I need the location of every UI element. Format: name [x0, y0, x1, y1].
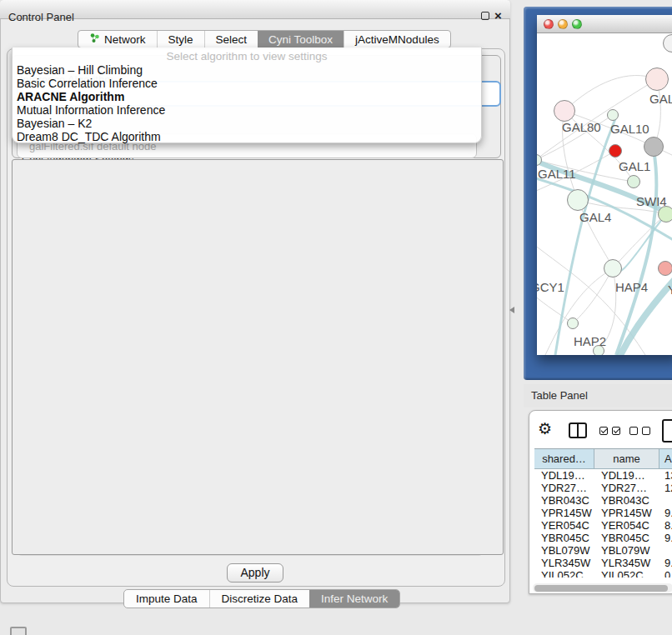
- node-label: Y: [668, 282, 672, 297]
- network-graph-icon: [89, 32, 100, 46]
- network-node[interactable]: [658, 261, 672, 276]
- node-label: GAL10: [610, 122, 649, 136]
- float-window-icon[interactable]: [481, 12, 489, 20]
- network-node[interactable]: [645, 68, 669, 91]
- tab-jactivemnodules[interactable]: jActiveMNodules: [344, 31, 450, 48]
- dropdown-placeholder: Select algorithm to view settings: [13, 50, 481, 62]
- table-row[interactable]: YDL19…YDL19…13: [534, 469, 672, 482]
- node-label: GAL4: [579, 210, 611, 224]
- split-pane-collapse-icon[interactable]: [506, 307, 514, 313]
- screen: Control Panel × Network Style Select Cyn…: [0, 0, 672, 635]
- table-horizontal-scrollbar[interactable]: [533, 583, 672, 592]
- table-row[interactable]: YLR345WYLR345W9.: [534, 557, 672, 569]
- network-node[interactable]: [554, 100, 575, 122]
- algorithm-dropdown-list: Select algorithm to view settings Bayesi…: [12, 48, 482, 143]
- node-label: HAP2: [574, 334, 606, 348]
- table-body: YDL19…YDL19…13 YDR27…YDR27…12 YBR043CYBR…: [534, 469, 672, 578]
- table-row[interactable]: YDR27…YDR27…12: [534, 482, 672, 494]
- table-panel: ⚙ shared… name A YDL19…YDL19…13 YDR27…YD…: [529, 410, 672, 594]
- node-label: GAL80: [562, 120, 601, 134]
- unchecked-checkbox-icon[interactable]: [642, 427, 650, 435]
- node-label: SWI4: [636, 194, 667, 208]
- dropdown-item[interactable]: Dream8 DC_TDC Algorithm: [17, 130, 161, 143]
- dropdown-item[interactable]: Bayesian – K2: [17, 117, 92, 130]
- table-panel-title: Table Panel: [531, 389, 588, 402]
- network-node[interactable]: [604, 259, 622, 278]
- docked-panel-icon[interactable]: [10, 627, 27, 635]
- minimize-traffic-light-icon[interactable]: [558, 19, 568, 29]
- gear-icon[interactable]: ⚙: [538, 421, 552, 438]
- dropdown-item[interactable]: Bayesian – Hill Climbing: [17, 63, 143, 77]
- dropdown-item[interactable]: Mutual Information Inference: [17, 103, 165, 117]
- node-label: GAL11: [538, 167, 576, 181]
- column-header[interactable]: A: [659, 449, 672, 469]
- node-label: GCY1: [537, 280, 564, 294]
- network-node[interactable]: [607, 109, 619, 121]
- dropdown-item[interactable]: Basic Correlation Inference: [17, 77, 158, 90]
- table-row[interactable]: YPR145WYPR145W9.: [534, 507, 672, 519]
- checked-checkbox-icon[interactable]: [599, 427, 608, 435]
- unchecked-checkbox-icon[interactable]: [629, 427, 638, 435]
- network-node-selected[interactable]: [609, 144, 622, 158]
- bottom-tabbar: Impute Data Discretize Data Infer Networ…: [123, 589, 400, 608]
- tab-discretize-data[interactable]: Discretize Data: [209, 590, 310, 608]
- column-header[interactable]: shared…: [534, 449, 594, 469]
- node-label: GAL: [649, 92, 672, 106]
- table-row[interactable]: YBL079WYBL079W: [534, 544, 672, 557]
- control-panel-titlebar[interactable]: [0, 0, 510, 19]
- function-builder-icon[interactable]: [662, 419, 672, 442]
- cyni-algorithm-settings-panel: [12, 159, 504, 555]
- network-view-window: GAL GAL80 GAL10 GAL11 GAL1 SWI4 GAL4 GCY…: [537, 15, 672, 355]
- tab-impute-data[interactable]: Impute Data: [124, 590, 209, 608]
- network-window-titlebar[interactable]: [537, 15, 672, 33]
- network-node[interactable]: [567, 189, 589, 211]
- column-header[interactable]: name: [594, 449, 659, 469]
- tab-style[interactable]: Style: [157, 31, 204, 48]
- table-row[interactable]: YBR043CYBR043C: [534, 494, 672, 507]
- control-panel-tabbar: Network Style Select Cyni Toolbox jActiv…: [78, 30, 451, 48]
- tab-cyni-toolbox[interactable]: Cyni Toolbox: [258, 31, 344, 48]
- close-icon[interactable]: ×: [494, 8, 502, 23]
- checked-checkbox-icon[interactable]: [612, 427, 620, 435]
- column-chooser-icon[interactable]: [569, 422, 587, 438]
- table-row[interactable]: YIL052CYIL052C0.: [534, 569, 672, 578]
- network-node[interactable]: [567, 318, 579, 329]
- table-row[interactable]: YER054CYER054C8.: [534, 519, 672, 532]
- node-label: HAP4: [615, 280, 648, 294]
- network-canvas[interactable]: GAL GAL80 GAL10 GAL11 GAL1 SWI4 GAL4 GCY…: [537, 33, 672, 355]
- control-panel-title: Control Panel: [8, 11, 74, 23]
- tab-network[interactable]: Network: [78, 31, 157, 48]
- zoom-traffic-light-icon[interactable]: [572, 19, 582, 29]
- tab-infer-network[interactable]: Infer Network: [309, 590, 399, 608]
- table-row[interactable]: YBR045CYBR045C9.: [534, 532, 672, 544]
- network-node[interactable]: [644, 137, 664, 157]
- tab-select[interactable]: Select: [204, 31, 258, 48]
- dropdown-item-selected[interactable]: ARACNE Algorithm: [17, 90, 124, 103]
- node-label: GAL1: [619, 159, 650, 173]
- network-node[interactable]: [658, 206, 672, 222]
- close-traffic-light-icon[interactable]: [544, 19, 554, 29]
- network-node[interactable]: [627, 175, 640, 188]
- table-header-row: shared… name A: [534, 448, 672, 469]
- apply-button[interactable]: Apply: [227, 563, 283, 582]
